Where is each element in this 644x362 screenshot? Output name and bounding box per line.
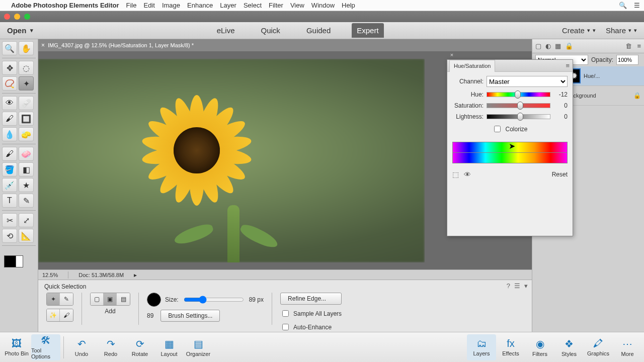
help-icon[interactable]: ? bbox=[507, 282, 510, 290]
mode-guided[interactable]: Guided bbox=[301, 23, 336, 38]
clip-layer-icon[interactable]: ⬚ bbox=[452, 170, 459, 178]
size-slider[interactable] bbox=[184, 296, 244, 304]
clone-tool[interactable]: 🔲 bbox=[19, 112, 34, 126]
zoom-value[interactable]: 12.5% bbox=[42, 272, 58, 278]
filters-button[interactable]: ◉Filters bbox=[525, 334, 554, 360]
panel-settings-icon[interactable]: ☰ bbox=[514, 282, 520, 290]
undo-button[interactable]: ↶Undo bbox=[67, 334, 96, 360]
lock-icon[interactable]: 🔒 bbox=[633, 92, 641, 99]
marquee-tool[interactable]: ◌ bbox=[19, 61, 34, 75]
hue-thumb[interactable] bbox=[515, 90, 521, 99]
menu-extras-icon[interactable]: ☰ bbox=[634, 2, 640, 9]
menu-help[interactable]: Help bbox=[342, 2, 355, 9]
redo-button[interactable]: ↷Redo bbox=[96, 334, 125, 360]
custom-shape-tool[interactable]: ★ bbox=[19, 178, 34, 192]
refine-brush-button[interactable]: 🖌 bbox=[60, 309, 73, 321]
size-num[interactable]: 89 bbox=[147, 312, 153, 319]
menu-select[interactable]: Select bbox=[244, 2, 262, 9]
layer-mask-icon[interactable]: ▦ bbox=[555, 42, 561, 50]
refine-edge-button[interactable]: Refine Edge... bbox=[280, 293, 342, 305]
mode-expert[interactable]: Expert bbox=[352, 23, 383, 38]
lightness-slider[interactable] bbox=[487, 114, 550, 119]
menu-layer[interactable]: Layer bbox=[220, 2, 236, 9]
brush-preview[interactable] bbox=[147, 293, 161, 307]
smart-brush-tool[interactable]: 🖌 bbox=[2, 112, 17, 126]
blur-tool[interactable]: 💧 bbox=[2, 127, 17, 141]
spotlight-icon[interactable]: 🔍 bbox=[619, 2, 627, 9]
saturation-slider[interactable] bbox=[487, 103, 550, 108]
panel-menu-icon[interactable]: ≡ bbox=[566, 62, 570, 69]
rotate-button[interactable]: ⟳Rotate bbox=[125, 334, 154, 360]
menu-filter[interactable]: Filter bbox=[269, 2, 283, 9]
layers-button[interactable]: 🗂Layers bbox=[467, 334, 496, 360]
paint-bucket-tool[interactable]: 🪣 bbox=[2, 162, 17, 176]
menu-image[interactable]: Image bbox=[162, 2, 180, 9]
new-layer-icon[interactable]: ▢ bbox=[535, 42, 541, 50]
auto-enhance-checkbox[interactable]: Auto-Enhance bbox=[280, 322, 342, 332]
zoom-tool[interactable]: 🔍 bbox=[2, 41, 17, 55]
visibility-icon[interactable]: 👁 bbox=[464, 170, 471, 178]
collapse-icon[interactable]: ▾ bbox=[524, 282, 528, 290]
menu-enhance[interactable]: Enhance bbox=[187, 2, 213, 9]
lightness-thumb[interactable] bbox=[517, 113, 523, 121]
gradient-tool[interactable]: ◧ bbox=[19, 162, 34, 176]
reset-button[interactable]: Reset bbox=[552, 171, 568, 178]
close-panel-button[interactable]: × bbox=[447, 52, 456, 58]
delete-layer-icon[interactable]: 🗑 bbox=[625, 42, 632, 50]
colorize-checkbox[interactable] bbox=[494, 126, 501, 132]
panel-menu-icon[interactable]: ≡ bbox=[637, 42, 641, 50]
minimize-window-button[interactable] bbox=[14, 14, 20, 20]
foreground-color[interactable] bbox=[4, 255, 16, 267]
selection-brush-button[interactable]: ✎ bbox=[60, 293, 73, 305]
color-swatches[interactable] bbox=[2, 248, 36, 269]
hand-tool[interactable]: ✋ bbox=[19, 41, 34, 55]
add-selection-button[interactable]: ▣ bbox=[104, 293, 117, 305]
sample-all-layers-checkbox[interactable]: Sample All Layers bbox=[280, 309, 342, 318]
saturation-thumb[interactable] bbox=[517, 102, 523, 110]
mode-elive[interactable]: eLive bbox=[212, 23, 240, 38]
menu-file[interactable]: File bbox=[126, 2, 137, 9]
hue-saturation-panel[interactable]: × Hue/Saturation ≡ Channel: Master Hue: bbox=[447, 59, 573, 236]
quick-select-brush-button[interactable]: ✦ bbox=[47, 293, 60, 305]
spot-heal-tool[interactable]: 🩹 bbox=[19, 96, 34, 110]
close-document-button[interactable]: × bbox=[41, 42, 45, 49]
hue-value[interactable]: -12 bbox=[553, 91, 568, 98]
close-window-button[interactable] bbox=[4, 14, 10, 20]
pencil-tool[interactable]: ✎ bbox=[19, 194, 34, 208]
lasso-tool[interactable]: 📿 bbox=[2, 76, 17, 90]
photo-bin-button[interactable]: 🖼Photo Bin bbox=[2, 334, 31, 360]
status-menu-icon[interactable]: ▸ bbox=[134, 272, 137, 279]
quick-selection-tool[interactable]: ✦ bbox=[19, 76, 34, 90]
new-selection-button[interactable]: ▢ bbox=[91, 293, 104, 305]
menu-view[interactable]: View bbox=[290, 2, 304, 9]
magic-wand-button[interactable]: ✨ bbox=[47, 309, 60, 321]
organizer-button[interactable]: ▤Organizer bbox=[184, 334, 213, 360]
eraser-tool[interactable]: 🧼 bbox=[19, 147, 34, 161]
content-aware-tool[interactable]: ⟲ bbox=[2, 229, 17, 243]
hue-slider[interactable] bbox=[487, 92, 550, 97]
redeye-tool[interactable]: 👁 bbox=[2, 96, 17, 110]
graphics-button[interactable]: 🖍Graphics bbox=[584, 334, 613, 360]
effects-button[interactable]: fxEffects bbox=[496, 334, 525, 360]
layer-name[interactable]: Hue/... bbox=[584, 73, 600, 79]
brush-settings-button[interactable]: Brush Settings... bbox=[160, 310, 220, 322]
eyedropper-tool[interactable]: 💉 bbox=[2, 178, 17, 192]
saturation-value[interactable]: 0 bbox=[553, 102, 568, 109]
panel-tab-title[interactable]: Hue/Saturation bbox=[449, 60, 495, 72]
share-button[interactable]: Share bbox=[606, 26, 637, 35]
adjustment-layer-icon[interactable]: ◐ bbox=[545, 42, 551, 50]
sponge-tool[interactable]: 🧽 bbox=[19, 127, 34, 141]
straighten-tool[interactable]: 📐 bbox=[19, 229, 34, 243]
opacity-input[interactable] bbox=[616, 55, 638, 65]
styles-button[interactable]: ❖Styles bbox=[554, 334, 584, 360]
lock-layer-icon[interactable]: 🔒 bbox=[565, 42, 573, 50]
brush-tool[interactable]: 🖌 bbox=[2, 147, 17, 161]
document-tab-title[interactable]: IMG_4307.jpg @ 12.5% (Hue/Saturation 1, … bbox=[48, 42, 194, 48]
lightness-value[interactable]: 0 bbox=[553, 113, 568, 120]
mode-quick[interactable]: Quick bbox=[256, 23, 285, 38]
open-button[interactable]: Open bbox=[7, 26, 33, 35]
channel-select[interactable]: Master bbox=[487, 76, 568, 87]
create-button[interactable]: Create bbox=[562, 26, 596, 35]
menu-edit[interactable]: Edit bbox=[143, 2, 154, 9]
menu-window[interactable]: Window bbox=[311, 2, 335, 9]
